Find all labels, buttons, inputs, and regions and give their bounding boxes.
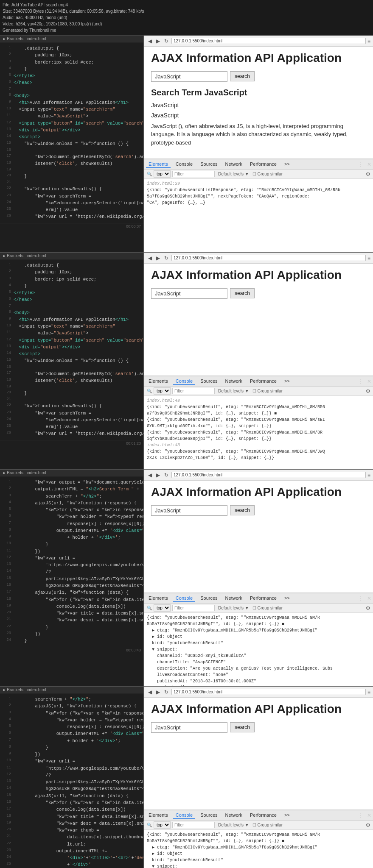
devtools-line-1-panel-2: {kind: "youtube#searchResult", etag: ""R… (147, 404, 370, 410)
devtools-filter-input-3[interactable] (172, 605, 215, 611)
devtools-tab-performance-3[interactable]: Performance (247, 595, 279, 602)
devtools-tab-network-1[interactable]: Network (223, 161, 245, 168)
devtools-line-0-panel-2: index.html:48 (147, 398, 370, 404)
url-bar-2[interactable] (171, 255, 366, 261)
devtools-tab-network-3[interactable]: Network (223, 595, 245, 602)
top-select-3[interactable]: top (154, 604, 171, 612)
devtools-close-icon-3[interactable]: ✕ (367, 595, 371, 601)
page-title-1: AJAX Information API Application (151, 51, 366, 65)
panel-3: ● Brackets index.html 1 "kw">var output … (0, 470, 373, 687)
devtools-filter-input-4[interactable] (172, 822, 215, 828)
devtools-tab-elements-1[interactable]: Elements (146, 161, 171, 168)
group-similar-check-1[interactable]: ☐ Group similar (252, 172, 283, 176)
top-select-2[interactable]: top (154, 387, 171, 395)
devtools-tab-console-4[interactable]: Console (173, 812, 195, 819)
timestamp-3: 00:03:43 (0, 647, 143, 653)
devtools-tab-sources-2[interactable]: Sources (198, 378, 220, 385)
editor-label: Brackets (7, 687, 23, 692)
devtools-tab->>-2[interactable]: >> (282, 378, 292, 385)
reload-btn-4[interactable]: ↻ (163, 689, 170, 695)
search-input-1[interactable] (151, 71, 227, 82)
settings-icon-dt-3[interactable]: ⚙ (366, 605, 370, 611)
devtools-tab->>-4[interactable]: >> (282, 812, 292, 819)
file-label: index.html (27, 687, 46, 692)
devtools-tab->>-3[interactable]: >> (282, 595, 292, 602)
devtools-tab-console-2[interactable]: Console (173, 378, 195, 385)
search-button-3[interactable]: search (230, 505, 255, 515)
group-similar-check-4[interactable]: ☐ Group similar (252, 823, 283, 827)
search-input-2[interactable] (151, 288, 227, 299)
devtools-tab-sources-3[interactable]: Sources (198, 595, 220, 602)
reload-btn-2[interactable]: ↻ (163, 255, 170, 261)
result-body-1: JavaScript (), often abbreviated as JS, … (151, 122, 366, 147)
reload-btn-1[interactable]: ↻ (163, 38, 170, 44)
browser-menu-1[interactable]: ≡ (367, 38, 370, 44)
back-btn-2[interactable]: ◀ (147, 255, 153, 261)
browser-menu-4[interactable]: ≡ (367, 689, 370, 695)
settings-icon-dt-4[interactable]: ⚙ (366, 822, 370, 828)
devtools-tab-elements-2[interactable]: Elements (146, 378, 171, 385)
devtools-tab-sources-4[interactable]: Sources (198, 812, 220, 819)
forward-btn-2[interactable]: ▶ (155, 255, 161, 261)
search-button-2[interactable]: search (230, 288, 255, 298)
devtools-tab-network-4[interactable]: Network (223, 812, 245, 819)
filter-icon-1: 🔍 (147, 172, 152, 176)
top-select-4[interactable]: top (154, 821, 171, 829)
devtools-2: ElementsConsoleSourcesNetworkPerformance… (144, 376, 373, 469)
search-row-3: search (151, 505, 366, 516)
editor-icon: ● (3, 253, 5, 258)
devtools-tab-elements-4[interactable]: Elements (146, 812, 171, 819)
devtools-filter-input-2[interactable] (172, 388, 215, 394)
group-similar-check-3[interactable]: ☐ Group similar (252, 606, 283, 610)
url-bar-3[interactable] (171, 472, 366, 478)
search-input-3[interactable] (151, 505, 227, 516)
reload-btn-3[interactable]: ↻ (163, 472, 170, 478)
browser-menu-3[interactable]: ≡ (367, 472, 370, 478)
devtools-filter-input-1[interactable] (172, 171, 215, 177)
devtools-settings-icon-2[interactable]: ⋮ (358, 378, 363, 384)
devtools-tab-performance-4[interactable]: Performance (247, 812, 279, 819)
browser-content-4: AJAX Information API Application search (144, 698, 373, 810)
default-levels-btn-3[interactable]: Default levels ▼ (218, 606, 249, 610)
devtools-line-5-panel-2: {kind: "youtube#searchResult", etag: ""R… (147, 429, 370, 436)
search-button-4[interactable]: search (230, 722, 255, 732)
back-btn-1[interactable]: ◀ (147, 38, 153, 44)
devtools-settings-icon-3[interactable]: ⋮ (358, 595, 363, 601)
forward-btn-3[interactable]: ▶ (155, 472, 161, 478)
devtools-tab-console-1[interactable]: Console (173, 161, 195, 168)
default-levels-btn-2[interactable]: Default levels ▼ (218, 389, 249, 393)
devtools-close-icon-1[interactable]: ✕ (367, 161, 371, 167)
search-button-1[interactable]: search (230, 71, 255, 81)
devtools-line-7-panel-2: index.html:48 (147, 442, 370, 448)
forward-btn-1[interactable]: ▶ (155, 38, 161, 44)
top-select-1[interactable]: top (154, 170, 171, 178)
devtools-settings-icon-4[interactable]: ⋮ (358, 812, 363, 818)
settings-icon-dt-2[interactable]: ⚙ (366, 388, 370, 394)
default-levels-btn-1[interactable]: Default levels ▼ (218, 172, 249, 176)
devtools-3: ElementsConsoleSourcesNetworkPerformance… (144, 593, 373, 686)
devtools-tab-performance-1[interactable]: Performance (247, 161, 279, 168)
default-levels-btn-4[interactable]: Default levels ▼ (218, 823, 249, 827)
browser-menu-2[interactable]: ≡ (367, 255, 370, 261)
devtools-toolbar-4: ElementsConsoleSourcesNetworkPerformance… (144, 810, 373, 821)
file-label: index.html (27, 470, 46, 475)
devtools-tab->>-1[interactable]: >> (282, 161, 292, 168)
url-bar-1[interactable] (171, 38, 366, 44)
devtools-tab-elements-3[interactable]: Elements (146, 595, 171, 602)
devtools-tab-network-2[interactable]: Network (223, 378, 245, 385)
group-similar-check-2[interactable]: ☐ Group similar (252, 389, 283, 393)
devtools-tab-performance-2[interactable]: Performance (247, 378, 279, 385)
devtools-settings-icon-1[interactable]: ⋮ (358, 161, 363, 167)
devtools-tab-console-3[interactable]: Console (173, 595, 195, 602)
url-bar-4[interactable] (171, 689, 366, 695)
forward-btn-4[interactable]: ▶ (155, 689, 161, 695)
browser-pane-2: ◀ ▶ ↻ ≡ AJAX Information API Application… (144, 253, 373, 469)
search-row-2: search (151, 288, 366, 299)
devtools-tab-sources-1[interactable]: Sources (198, 161, 220, 168)
devtools-close-icon-2[interactable]: ✕ (367, 378, 371, 384)
back-btn-3[interactable]: ◀ (147, 472, 153, 478)
search-input-4[interactable] (151, 722, 227, 733)
settings-icon-dt-1[interactable]: ⚙ (366, 171, 370, 177)
back-btn-4[interactable]: ◀ (147, 689, 153, 695)
devtools-close-icon-4[interactable]: ✕ (367, 812, 371, 818)
